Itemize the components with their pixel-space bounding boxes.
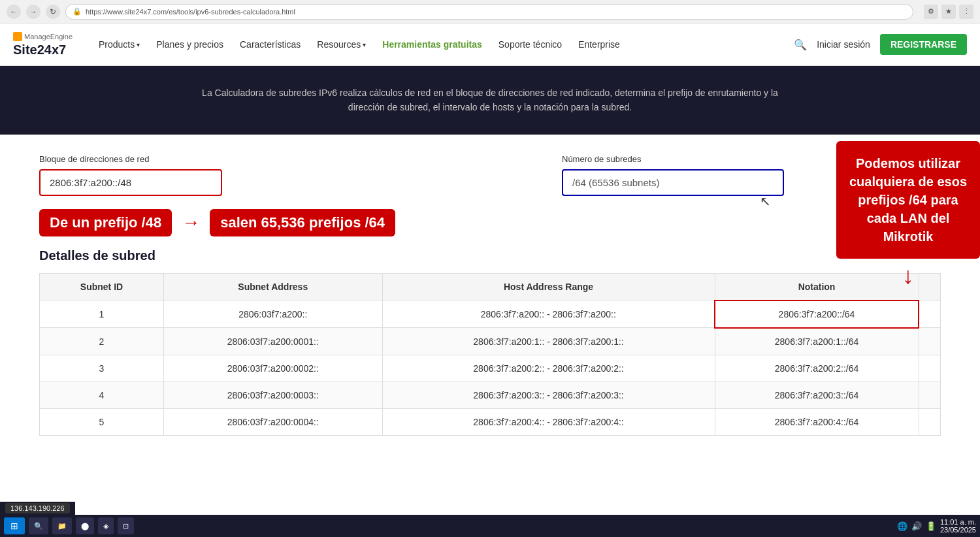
login-link[interactable]: Iniciar sesión — [817, 39, 870, 50]
extension-btn-3[interactable]: ⋮ — [959, 5, 973, 19]
cell-subnet-id: 4 — [40, 382, 164, 408]
table-row: 1 2806:03f7:a200:: 2806:3f7:a200:: - 280… — [40, 301, 941, 328]
col-notation: Notation — [715, 273, 919, 301]
cell-notation: 2806:3f7:a200:4::/64 — [715, 408, 919, 435]
subnet-input[interactable] — [562, 169, 784, 196]
cell-notation: 2806:3f7:a200::/64 — [715, 301, 919, 328]
table-row: 3 2806:03f7:a200:0002:: 2806:3f7:a200:2:… — [40, 355, 941, 382]
network-input[interactable] — [39, 169, 222, 196]
col-scrollbar — [919, 273, 941, 301]
table-header-row: Subnet ID Subnet Address Host Address Ra… — [40, 273, 941, 301]
resources-dropdown-arrow: ▾ — [363, 41, 366, 48]
main-content: Podemos utilizar cualquiera de esos pref… — [0, 135, 980, 455]
reload-button[interactable]: ↻ — [46, 5, 60, 19]
cell-subnet-id: 3 — [40, 355, 164, 382]
table-row: 5 2806:03f7:a200:0004:: 2806:3f7:a200:4:… — [40, 408, 941, 435]
products-dropdown-arrow: ▾ — [137, 41, 140, 48]
extension-btn-1[interactable]: ⚙ — [924, 5, 938, 19]
cell-notation: 2806:3f7:a200:2::/64 — [715, 355, 919, 382]
cell-subnet-address: 2806:03f7:a200:0001:: — [164, 328, 383, 355]
subnet-table-title: Detalles de subred — [39, 248, 941, 263]
navbar: ManageEngine Site24x7 Products ▾ Planes … — [0, 24, 980, 66]
logo-site24x7: Site24x7 — [13, 42, 73, 57]
search-button[interactable]: 🔍 — [794, 39, 807, 51]
cell-spacer — [919, 301, 941, 328]
cell-subnet-id: 1 — [40, 301, 164, 328]
hero-banner: La Calculadora de subredes IPv6 realiza … — [0, 66, 980, 135]
logo-area: ManageEngine Site24x7 — [13, 32, 73, 57]
browser-action-area: ⚙ ★ ⋮ — [924, 5, 973, 19]
cell-notation: 2806:3f7:a200:1::/64 — [715, 328, 919, 355]
nav-soporte[interactable]: Soporte técnico — [498, 39, 562, 50]
annotation-arrow-right: → — [182, 212, 200, 233]
nav-links: Products ▾ Planes y precios Característi… — [99, 39, 774, 50]
browser-chrome: ← → ↻ 🔒 https://www.site24x7.com/es/tool… — [0, 0, 980, 24]
nav-planes[interactable]: Planes y precios — [156, 39, 223, 50]
back-button[interactable]: ← — [7, 5, 21, 19]
nav-herramientas[interactable]: Herramientas gratuitas — [382, 39, 482, 50]
cell-notation: 2806:3f7:a200:3::/64 — [715, 382, 919, 408]
content-wrapper: Podemos utilizar cualquiera de esos pref… — [39, 154, 941, 436]
table-row: 4 2806:03f7:a200:0003:: 2806:3f7:a200:3:… — [40, 382, 941, 408]
subnet-form-group: Número de subredes — [562, 154, 784, 196]
table-row: 2 2806:03f7:a200:0001:: 2806:3f7:a200:1:… — [40, 328, 941, 355]
cell-subnet-address: 2806:03f7:a200:0004:: — [164, 408, 383, 435]
logo-manageengine: ManageEngine — [13, 32, 73, 42]
hero-description: La Calculadora de subredes IPv6 realiza … — [196, 86, 784, 115]
prefix-badge: De un prefijo /48 — [39, 209, 172, 236]
col-subnet-address: Subnet Address — [164, 273, 383, 301]
cell-host-range: 2806:3f7:a200:4:: - 2806:3f7:a200:4:: — [382, 408, 715, 435]
result-badge: salen 65,536 prefijos /64 — [210, 209, 395, 236]
annotation-row: De un prefijo /48 → salen 65,536 prefijo… — [39, 209, 941, 236]
cell-spacer — [919, 408, 941, 435]
nav-actions: 🔍 Iniciar sesión REGISTRARSE — [794, 34, 967, 55]
form-row: Bloque de direcciones de red Número de s… — [39, 154, 941, 196]
cell-spacer — [919, 328, 941, 355]
tooltip-box: Podemos utilizar cualquiera de esos pref… — [836, 141, 980, 259]
cell-host-range: 2806:3f7:a200:1:: - 2806:3f7:a200:1:: — [382, 328, 715, 355]
network-form-group: Bloque de direcciones de red — [39, 154, 222, 196]
lock-icon: 🔒 — [73, 7, 82, 16]
extension-btn-2[interactable]: ★ — [941, 5, 956, 19]
cell-subnet-address: 2806:03f7:a200:: — [164, 301, 383, 328]
col-host-range: Host Address Range — [382, 273, 715, 301]
cursor-icon: ↖ — [760, 193, 771, 209]
subnet-table: Subnet ID Subnet Address Host Address Ra… — [39, 273, 941, 436]
register-button[interactable]: REGISTRARSE — [880, 34, 967, 55]
cell-host-range: 2806:3f7:a200:: - 2806:3f7:a200:: — [382, 301, 715, 328]
nav-resources[interactable]: Resources ▾ — [317, 39, 366, 50]
me-icon — [13, 32, 22, 41]
network-label: Bloque de direcciones de red — [39, 154, 222, 164]
url-text: https://www.site24x7.com/es/tools/ipv6-s… — [86, 8, 295, 16]
nav-products[interactable]: Products ▾ — [99, 39, 140, 50]
forward-button[interactable]: → — [26, 5, 41, 19]
cell-subnet-address: 2806:03f7:a200:0002:: — [164, 355, 383, 382]
col-subnet-id: Subnet ID — [40, 273, 164, 301]
tooltip-down-arrow: ↓ — [902, 264, 914, 287]
cell-host-range: 2806:3f7:a200:3:: - 2806:3f7:a200:3:: — [382, 382, 715, 408]
url-bar[interactable]: 🔒 https://www.site24x7.com/es/tools/ipv6… — [65, 4, 913, 20]
cell-subnet-id: 5 — [40, 408, 164, 435]
nav-caracteristicas[interactable]: Características — [240, 39, 301, 50]
cell-subnet-address: 2806:03f7:a200:0003:: — [164, 382, 383, 408]
cell-spacer — [919, 382, 941, 408]
table-body: 1 2806:03f7:a200:: 2806:3f7:a200:: - 280… — [40, 301, 941, 436]
subnet-label: Número de subredes — [562, 154, 784, 164]
cell-subnet-id: 2 — [40, 328, 164, 355]
cell-spacer — [919, 355, 941, 382]
nav-enterprise[interactable]: Enterprise — [578, 39, 620, 50]
cell-host-range: 2806:3f7:a200:2:: - 2806:3f7:a200:2:: — [382, 355, 715, 382]
